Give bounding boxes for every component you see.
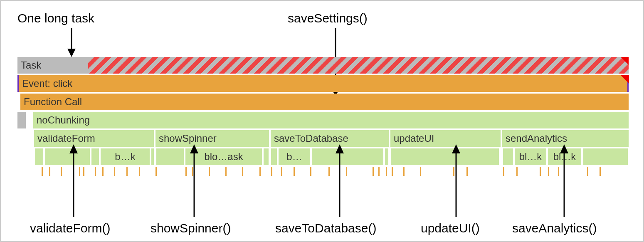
row-task: Task xyxy=(17,57,629,74)
row-functions: validateForm showSpinner saveToDatabase … xyxy=(17,130,629,147)
row-event: Event: click xyxy=(17,75,629,92)
tick-mark xyxy=(281,167,282,176)
label-show-spinner: showSpinner() xyxy=(151,221,231,235)
tick-mark xyxy=(294,167,295,176)
bar-save-to-database: saveToDatabase xyxy=(271,130,389,147)
warning-flag-icon xyxy=(621,75,629,84)
bar-update-ui: updateUI xyxy=(390,130,501,147)
tick-mark xyxy=(386,167,387,176)
tick-mark xyxy=(558,167,559,176)
label-save-settings: saveSettings() xyxy=(288,11,368,25)
bar-no-chunking: noChunking xyxy=(33,112,629,128)
bar-sub-bk: b…k xyxy=(101,148,150,165)
tick-mark xyxy=(540,167,541,176)
row-no-chunking: noChunking xyxy=(17,112,629,128)
bar-send-analytics: sendAnalytics xyxy=(502,130,629,147)
bar-function-call: Function Call xyxy=(20,94,629,110)
tick-mark xyxy=(126,167,128,176)
bar-sub xyxy=(583,148,628,165)
tick-mark xyxy=(155,167,157,176)
tick-mark xyxy=(328,167,330,176)
label-one-long-task: One long task xyxy=(17,11,94,25)
row-subtasks: b…k blo…ask b… bl…k bl…k xyxy=(17,148,629,165)
bar-task: Task xyxy=(17,57,88,74)
bar-sub-blk2: bl…k xyxy=(548,148,581,165)
bar-sub xyxy=(271,148,277,165)
bar-sub xyxy=(45,148,90,165)
tick-mark xyxy=(49,167,50,176)
tick-mark xyxy=(192,167,193,176)
row-ticks xyxy=(17,167,629,183)
bar-sub xyxy=(385,148,388,165)
bar-sub xyxy=(264,148,269,165)
label-update-ui: updateUI() xyxy=(421,221,480,235)
tick-mark xyxy=(346,167,347,176)
tick-mark xyxy=(392,167,393,176)
label-save-analytics: saveAnalytics() xyxy=(512,221,597,235)
tick-mark xyxy=(516,167,518,176)
bar-event-click: Event: click xyxy=(17,75,629,92)
tick-mark xyxy=(242,167,243,176)
arrow-down-icon xyxy=(63,28,80,59)
bar-validate-form: validateForm xyxy=(34,130,154,147)
tick-mark xyxy=(185,167,187,176)
bar-sub xyxy=(35,148,43,165)
bar-show-spinner: showSpinner xyxy=(155,130,269,147)
tick-mark xyxy=(378,167,380,176)
bar-sub-b: b… xyxy=(279,148,310,165)
tick-mark xyxy=(271,167,272,176)
tick-mark xyxy=(403,167,405,176)
bar-task-long xyxy=(88,57,629,74)
tick-mark xyxy=(600,167,601,176)
tick-mark xyxy=(420,167,421,176)
tick-mark xyxy=(102,167,104,176)
bar-sub xyxy=(151,148,154,165)
tick-mark xyxy=(548,167,549,176)
bar-sub-blk: bl…k xyxy=(515,148,546,165)
tick-mark xyxy=(373,167,374,176)
tick-mark xyxy=(42,167,43,176)
bar-sliver xyxy=(17,112,26,128)
tick-mark xyxy=(503,167,504,176)
warning-flag-icon xyxy=(621,57,629,65)
tick-mark xyxy=(587,167,588,176)
svg-marker-1 xyxy=(67,49,76,57)
tick-mark xyxy=(225,167,227,176)
bar-sub xyxy=(312,148,383,165)
label-validate-form: validateForm() xyxy=(30,221,110,235)
tick-mark xyxy=(310,167,311,176)
tick-mark xyxy=(139,167,140,176)
tick-mark xyxy=(79,167,80,176)
tick-mark xyxy=(209,167,210,176)
tick-mark xyxy=(83,167,84,176)
bar-sub-bloask: blo…ask xyxy=(185,148,262,165)
tick-mark xyxy=(259,167,261,176)
bar-sub xyxy=(156,148,184,165)
bar-sub xyxy=(391,148,499,165)
tick-mark xyxy=(95,167,96,176)
bar-sub xyxy=(503,148,513,165)
diagram-frame: One long task saveSettings() Task Event:… xyxy=(0,0,644,242)
bar-sub xyxy=(91,148,99,165)
tick-mark xyxy=(453,167,454,176)
tick-mark xyxy=(466,167,468,176)
tick-mark xyxy=(61,167,62,176)
row-function-call: Function Call xyxy=(17,94,629,110)
tick-mark xyxy=(114,167,115,176)
flame-chart: Task Event: click Function Call noChunki… xyxy=(17,57,629,183)
label-save-to-database: saveToDatabase() xyxy=(275,221,376,235)
